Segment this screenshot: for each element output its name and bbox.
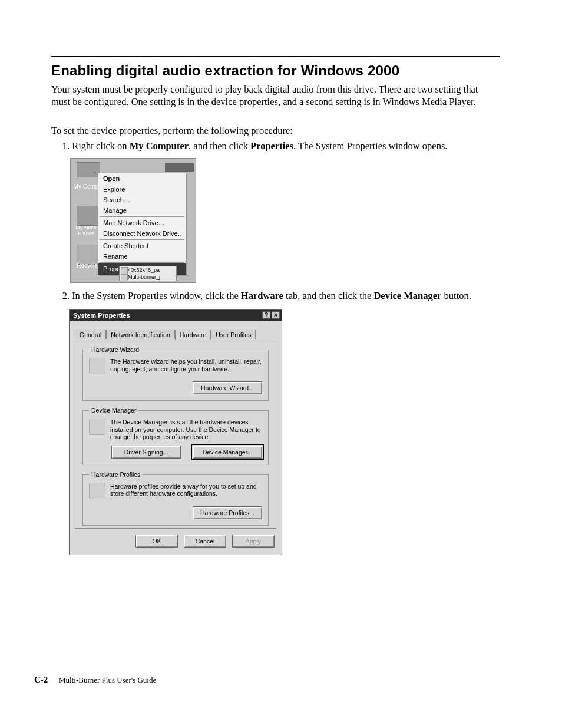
taskbar-window-list: 40x32x46_pa Multi-burner_j bbox=[119, 266, 177, 281]
driver-signing-button[interactable]: Driver Signing... bbox=[111, 446, 181, 459]
menu-item-rename[interactable]: Rename bbox=[98, 251, 186, 262]
group-device-manager: Device Manager The Device Manager lists … bbox=[82, 407, 269, 465]
step-text: tab, and then click the bbox=[283, 290, 374, 301]
device-manager-button[interactable]: Device Manager... bbox=[193, 446, 262, 459]
hardware-wizard-icon bbox=[89, 358, 105, 374]
screenshot-system-properties: System Properties ? × GeneralNetwork Ide… bbox=[69, 309, 282, 555]
bold-my-computer: My Computer bbox=[130, 140, 189, 151]
taskbar-item[interactable]: Multi-burner_j bbox=[120, 274, 176, 281]
my-computer-icon bbox=[77, 162, 100, 177]
step-1: 1. Right click on My Computer, and then … bbox=[54, 140, 498, 152]
step-text: . The System Properties window opens. bbox=[293, 140, 447, 151]
context-menu: Open Explore Search… Manage Map Network … bbox=[98, 173, 186, 275]
group-hardware-profiles: Hardware Profiles Hardware profiles prov… bbox=[82, 471, 269, 526]
ok-button[interactable]: OK bbox=[135, 535, 178, 548]
dialog-titlebar: System Properties ? × bbox=[70, 310, 282, 321]
footer-title: Multi-Burner Plus User's Guide bbox=[59, 676, 156, 685]
screenshot-context-menu: My Comp My Netw Places Recycle Open Expl… bbox=[70, 158, 196, 283]
tab-network-identification[interactable]: Network Identification bbox=[106, 330, 174, 339]
dialog-title: System Properties bbox=[73, 312, 130, 319]
menu-separator bbox=[100, 216, 184, 217]
hardware-profiles-button[interactable]: Hardware Profiles... bbox=[193, 506, 262, 519]
help-button[interactable]: ? bbox=[262, 311, 270, 319]
tab-hardware[interactable]: Hardware bbox=[175, 330, 211, 340]
tab-panel-hardware: Hardware Wizard The Hardware wizard help… bbox=[75, 340, 276, 529]
hardware-profiles-text: Hardware profiles provide a way for you … bbox=[110, 483, 262, 499]
menu-separator bbox=[100, 239, 184, 240]
my-computer-label: My Comp bbox=[71, 183, 101, 190]
step-text: , and then click bbox=[189, 140, 250, 151]
step-text: button. bbox=[441, 290, 471, 301]
bold-hardware: Hardware bbox=[241, 290, 283, 301]
tab-strip: GeneralNetwork IdentificationHardwareUse… bbox=[75, 329, 276, 340]
device-manager-text: The Device Manager lists all the hardwar… bbox=[110, 419, 262, 441]
close-button[interactable]: × bbox=[272, 311, 280, 319]
step-2: 2. In the System Properties window, clic… bbox=[54, 289, 556, 302]
group-legend: Device Manager bbox=[89, 407, 138, 414]
hardware-wizard-text: The Hardware wizard helps you install, u… bbox=[110, 358, 262, 374]
menu-item-open[interactable]: Open bbox=[98, 173, 186, 184]
intro-paragraph: Your system must be properly configured … bbox=[51, 83, 498, 108]
recycle-bin-icon bbox=[77, 245, 100, 265]
group-hardware-wizard: Hardware Wizard The Hardware wizard help… bbox=[82, 346, 269, 401]
step-number: 2. bbox=[54, 289, 70, 302]
menu-item-explore[interactable]: Explore bbox=[98, 184, 186, 195]
step-text: In the System Properties window, click t… bbox=[72, 290, 241, 301]
page-number: C-2 bbox=[34, 675, 48, 685]
menu-item-map-drive[interactable]: Map Network Drive… bbox=[98, 218, 186, 228]
dialog-button-row: OK Cancel Apply bbox=[135, 535, 275, 548]
step-text: Right click on bbox=[72, 140, 130, 151]
group-legend: Hardware Profiles bbox=[89, 471, 143, 478]
step-number: 1. bbox=[54, 140, 70, 152]
my-network-places-label: My Netw Places bbox=[71, 225, 101, 236]
menu-item-search[interactable]: Search… bbox=[98, 195, 186, 205]
procedure-lead-in: To set the device properties, perform th… bbox=[51, 124, 498, 137]
bold-properties: Properties bbox=[250, 140, 293, 151]
top-rule bbox=[51, 56, 500, 57]
tab-general[interactable]: General bbox=[75, 330, 106, 339]
hardware-profiles-icon bbox=[89, 483, 105, 499]
section-heading: Enabling digital audio extraction for Wi… bbox=[51, 62, 399, 79]
group-legend: Hardware Wizard bbox=[89, 346, 141, 353]
cancel-button[interactable]: Cancel bbox=[184, 535, 226, 548]
device-manager-icon bbox=[89, 419, 105, 435]
taskbar-fragment bbox=[165, 163, 194, 172]
menu-item-manage[interactable]: Manage bbox=[98, 205, 186, 216]
bold-device-manager: Device Manager bbox=[373, 290, 441, 301]
my-network-places-icon bbox=[77, 206, 100, 226]
menu-separator bbox=[100, 262, 184, 263]
menu-item-disconnect-drive[interactable]: Disconnect Network Drive… bbox=[98, 228, 186, 239]
hardware-wizard-button[interactable]: Hardware Wizard... bbox=[193, 381, 262, 394]
menu-item-create-shortcut[interactable]: Create Shortcut bbox=[98, 241, 186, 251]
tab-user-profiles[interactable]: User Profiles bbox=[211, 330, 256, 339]
taskbar-item[interactable]: 40x32x46_pa bbox=[120, 266, 176, 274]
apply-button[interactable]: Apply bbox=[232, 535, 275, 548]
